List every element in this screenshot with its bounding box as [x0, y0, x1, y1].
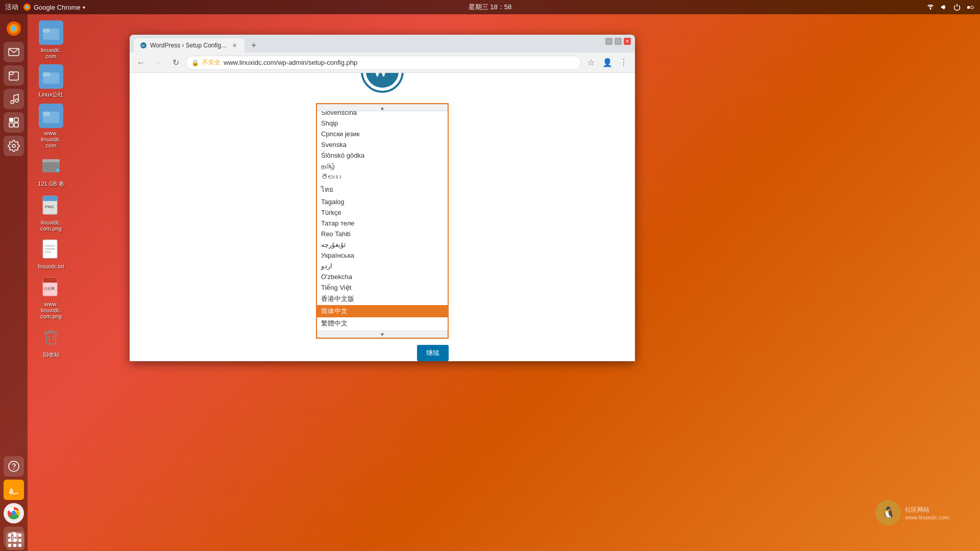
language-item[interactable]: Українська — [317, 250, 448, 261]
language-item[interactable]: Татар теле — [317, 218, 448, 229]
desktop-icon-label: 回收站 — [43, 351, 60, 359]
svg-text:PNG: PNG — [45, 205, 54, 209]
svg-text:W: W — [141, 44, 145, 47]
desktop-icon-linuxidc-txt[interactable]: linuxidc.txt — [31, 237, 71, 269]
language-item[interactable]: 香港中文版 — [317, 293, 448, 305]
desktop-icon-drive[interactable]: 121 GB 卷 — [31, 154, 71, 188]
reload-button[interactable]: ↻ — [168, 56, 183, 70]
sidebar-firefox[interactable] — [4, 18, 24, 39]
address-bar[interactable]: 🔒 不安全 www.linuxidc.com/wp-admin/setup-co… — [186, 56, 581, 70]
sidebar-settings[interactable] — [4, 136, 24, 156]
svg-rect-26 — [43, 29, 50, 33]
app-indicator[interactable]: Google Chrome ▾ — [22, 3, 85, 12]
security-icon: 🔒 — [191, 59, 199, 66]
language-item[interactable]: 繁體中文 — [317, 317, 448, 330]
language-item[interactable]: Svenska — [317, 139, 448, 150]
forward-button[interactable]: → — [151, 56, 165, 70]
taskbar-top: 活动 Google Chrome ▾ 星期三 18：58 — [0, 0, 980, 14]
svg-rect-3 — [957, 4, 958, 7]
svg-point-2 — [26, 6, 28, 8]
volume-icon[interactable] — [939, 3, 948, 12]
language-item[interactable]: Shqip — [317, 118, 448, 129]
language-item[interactable]: Slovenščina — [317, 111, 448, 118]
language-item[interactable]: ئۇيغۇرچە — [317, 239, 448, 250]
back-button[interactable]: ← — [134, 56, 148, 70]
tab-close-button[interactable]: ✕ — [230, 41, 238, 49]
language-item[interactable]: தமிழ் — [317, 161, 448, 172]
minimize-button[interactable]: ─ — [605, 38, 612, 45]
sidebar-files[interactable] — [4, 65, 24, 86]
chrome-tab-active[interactable]: W WordPress › Setup Config… ✕ — [134, 38, 244, 53]
sidebar-music[interactable] — [4, 89, 24, 109]
language-item[interactable]: اردو — [317, 261, 448, 271]
language-item[interactable]: Reo Tahiti — [317, 229, 448, 239]
desktop-icon-www-linuxidc[interactable]: www.linuxidc.com — [31, 104, 71, 148]
chrome-toolbar: ← → ↻ 🔒 不安全 www.linuxidc.com/wp-admin/se… — [130, 53, 635, 73]
account-button[interactable]: 👤 — [600, 56, 615, 70]
sidebar-app-center[interactable] — [4, 112, 24, 133]
scroll-up-arrow[interactable]: ▲ — [317, 104, 448, 111]
sidebar-email[interactable] — [4, 42, 24, 62]
language-item[interactable]: 简体中文 — [317, 305, 448, 317]
new-tab-button[interactable]: + — [247, 38, 261, 53]
desktop-icon-www-png[interactable]: 公社网 www.linuxidc.com.png — [31, 274, 71, 319]
desktop-icon-label: linuxidc.com — [41, 47, 61, 59]
svg-point-12 — [11, 101, 14, 104]
language-item[interactable]: Türkçe — [317, 207, 448, 218]
desktop-icon-label: 121 GB 卷 — [38, 180, 64, 188]
svg-rect-42 — [43, 278, 57, 283]
svg-point-24 — [12, 511, 16, 515]
sidebar-left: a — [0, 14, 28, 551]
desktop-icons: linuxidc.com Linux公社 www.linuxidc.com 12… — [31, 20, 71, 359]
maximize-button[interactable]: □ — [615, 38, 622, 45]
language-item[interactable]: Српски језик — [317, 129, 448, 139]
svg-rect-32 — [42, 159, 60, 162]
security-label: 不安全 — [202, 58, 220, 67]
scroll-down-arrow[interactable]: ▼ — [317, 331, 448, 338]
browser-window: W WordPress › Setup Config… ✕ + ─ □ ✕ ← … — [130, 35, 635, 361]
language-item[interactable]: తెలుగు — [317, 172, 448, 183]
activities-button[interactable]: 活动 — [5, 3, 18, 12]
watermark-text: 社区网站 www.linuxidc.com — [905, 506, 949, 520]
language-item[interactable]: Tagalog — [317, 196, 448, 207]
desktop-icon-label: Linux公社 — [39, 91, 63, 98]
language-item[interactable]: O'zbekcha — [317, 271, 448, 282]
desktop-icon-label: linuxidc.txt — [38, 263, 64, 269]
browser-content: W ▲ СахалыыᱥᱟᱱᱛᱟᱲᱤSlovenčinaسرائیکیSlove… — [130, 73, 635, 361]
desktop-icon-linuxidc-png[interactable]: PNG linuxidc.com.png — [31, 193, 71, 232]
apps-grid-icon — [8, 534, 22, 548]
language-item[interactable]: ไทย — [317, 183, 448, 196]
window-controls: ─ □ ✕ — [605, 38, 631, 45]
network-icon[interactable] — [926, 3, 935, 12]
close-button[interactable]: ✕ — [624, 38, 631, 45]
desktop-icon-linux-community[interactable]: Linux公社 — [31, 64, 71, 98]
show-apps-button[interactable] — [6, 532, 24, 550]
power-icon[interactable] — [952, 3, 962, 12]
desktop-icon-linuxidc-com[interactable]: linuxidc.com — [31, 20, 71, 59]
sidebar-amazon[interactable]: a — [4, 480, 24, 500]
app-name: Google Chrome — [34, 4, 81, 11]
svg-text:公社网: 公社网 — [44, 287, 55, 290]
language-item[interactable]: Ślōnskō gōdka — [317, 150, 448, 161]
svg-rect-17 — [14, 123, 18, 127]
continue-button[interactable]: 继续 — [417, 345, 449, 361]
watermark-logo: 🐧 — [875, 500, 901, 525]
svg-rect-14 — [9, 118, 13, 122]
desktop-icon-trash[interactable]: 回收站 — [31, 324, 71, 359]
app-dropdown-icon[interactable]: ▾ — [83, 5, 85, 10]
language-list[interactable]: СахалыыᱥᱟᱱᱛᱟᱲᱤSlovenčinaسرائیکیSlovenšči… — [317, 111, 448, 331]
window-tray-icon[interactable] — [966, 3, 975, 12]
firefox-icon — [22, 3, 32, 12]
svg-point-18 — [12, 144, 15, 147]
language-item[interactable]: Tiếng Việt — [317, 282, 448, 293]
sidebar-help[interactable] — [4, 456, 24, 477]
system-tray — [926, 3, 975, 12]
svg-rect-16 — [9, 123, 13, 127]
desktop-icon-label: www.linuxidc.com.png — [40, 301, 62, 319]
bookmark-button[interactable]: ☆ — [584, 56, 598, 70]
menu-button[interactable]: ⋮ — [617, 56, 631, 70]
sidebar-chrome[interactable] — [4, 503, 24, 523]
svg-point-8 — [11, 26, 16, 31]
tab-favicon: W — [140, 42, 147, 49]
desktop-icon-label: linuxidc.com.png — [40, 219, 62, 232]
